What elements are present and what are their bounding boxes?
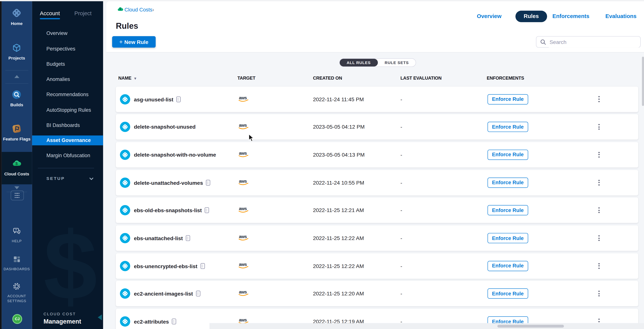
sidebar-tab-account[interactable]: Account <box>40 10 60 16</box>
cloud-costs-icon: $ <box>117 6 124 13</box>
user-avatar[interactable]: CJ <box>12 314 22 324</box>
rule-name-link[interactable]: delete-unattached-volumes <box>134 179 211 186</box>
chevron-down-icon[interactable] <box>14 186 19 189</box>
enforce-rule-button[interactable]: Enforce Rule <box>488 150 528 160</box>
document-icon[interactable] <box>196 291 201 297</box>
sort-descending-icon[interactable]: ▾ <box>134 76 136 80</box>
tab-evaluations[interactable]: Evaluations <box>605 13 636 19</box>
enforce-rule-button[interactable]: Enforce Rule <box>488 177 528 188</box>
last-evaluation-value: - <box>400 96 402 102</box>
document-icon[interactable] <box>205 207 210 214</box>
document-icon[interactable] <box>200 263 205 269</box>
rail-item-home[interactable]: Home <box>2 7 32 26</box>
table-row[interactable]: delete-snapshot-unused2023-05-05 04:12 P… <box>116 114 638 140</box>
last-evaluation-value: - <box>400 124 402 130</box>
sidebar-tab-project[interactable]: Project <box>74 10 92 16</box>
rule-name-link[interactable]: asg-unused-list <box>134 96 181 102</box>
row-menu-button[interactable] <box>595 122 602 131</box>
enforce-rule-button[interactable]: Enforce Rule <box>488 94 528 104</box>
table-row[interactable]: delete-snapshot-with-no-volume2023-05-05… <box>116 142 638 168</box>
table-row[interactable]: ebs-old-ebs-snapshots-list2022-11-25 12:… <box>116 198 638 223</box>
column-header-name[interactable]: NAME▾ <box>118 75 136 80</box>
aws-icon <box>238 122 250 132</box>
chevron-up-icon[interactable] <box>14 75 19 78</box>
module-picker-button[interactable] <box>10 190 24 200</box>
enforce-rule-button[interactable]: Enforce Rule <box>488 261 528 271</box>
created-on-value: 2022-11-25 12:20 AM <box>313 291 364 297</box>
aws-icon <box>238 94 250 104</box>
rail-item-help[interactable]: ? HELP <box>2 226 32 244</box>
sidebar-setup[interactable]: SETUP <box>46 176 65 181</box>
document-icon[interactable] <box>172 318 176 325</box>
enforce-rule-button[interactable]: Enforce Rule <box>488 289 528 299</box>
toggle-rule-sets[interactable]: RULE SETS <box>378 59 416 67</box>
rule-name-link[interactable]: ebs-old-ebs-snapshots-list <box>134 207 210 214</box>
enforce-rule-button[interactable]: Enforce Rule <box>488 205 528 216</box>
enforce-rule-button[interactable]: Enforce Rule <box>488 122 528 132</box>
sidebar-item-margin-obfuscation[interactable]: Margin Obfuscation <box>46 153 90 158</box>
table-row[interactable]: asg-unused-list2022-11-24 11:45 PM-Enfor… <box>116 86 638 112</box>
row-menu-button[interactable] <box>595 150 602 159</box>
table-row[interactable]: ebs-unencrypted-ebs-list2022-11-25 12:22… <box>116 253 638 279</box>
rules-view-toggle[interactable]: ALL RULES RULE SETS <box>339 58 416 67</box>
sidebar-item-bi-dashboards[interactable]: BI Dashboards <box>46 122 80 128</box>
rule-name-link[interactable]: ebs-unattached-list <box>134 235 191 242</box>
rail-item-feature-flags[interactable]: Feature Flags <box>2 124 32 141</box>
grid-icon <box>15 193 20 198</box>
search-input[interactable] <box>549 37 639 47</box>
search-icon <box>540 39 546 47</box>
last-evaluation-value: - <box>400 207 402 214</box>
horizontal-scrollbar-thumb[interactable] <box>498 325 564 328</box>
tab-overview[interactable]: Overview <box>477 13 502 19</box>
document-icon[interactable] <box>176 96 181 102</box>
rule-name-link[interactable]: delete-snapshot-with-no-volume <box>134 152 216 158</box>
rail-item-builds[interactable]: Builds <box>2 90 32 107</box>
row-menu-button[interactable] <box>595 178 602 187</box>
cloud-dollar-icon: $ <box>12 158 22 171</box>
rule-name-link[interactable]: ec2-attributes <box>134 318 177 325</box>
document-icon[interactable] <box>206 179 211 186</box>
collapse-sidebar-button[interactable] <box>98 315 102 320</box>
breadcrumb-cloud-costs[interactable]: Cloud Costs <box>124 7 152 13</box>
new-rule-button[interactable]: +New Rule <box>112 36 156 47</box>
sidebar-item-overview[interactable]: Overview <box>46 30 68 36</box>
gear-icon <box>12 282 22 293</box>
tab-enforcements[interactable]: Enforcements <box>552 13 589 19</box>
vertical-scrollbar-thumb[interactable] <box>642 57 644 106</box>
divider <box>38 168 94 168</box>
rule-name-link[interactable]: ebs-unencrypted-ebs-list <box>134 263 205 269</box>
row-menu-button[interactable] <box>595 289 602 298</box>
sidebar-item-asset-governance[interactable]: Asset Governance <box>32 135 103 145</box>
chevron-down-icon[interactable] <box>89 176 94 183</box>
rule-name-link[interactable]: ec2-ancient-images-list <box>134 291 201 297</box>
rail-label: Feature Flags <box>2 137 32 141</box>
toggle-all-rules[interactable]: ALL RULES <box>340 59 378 67</box>
table-row[interactable]: delete-unattached-volumes2022-11-24 10:5… <box>116 170 638 195</box>
sidebar-item-budgets[interactable]: Budgets <box>46 61 65 67</box>
row-menu-button[interactable] <box>595 234 602 243</box>
document-icon[interactable] <box>186 235 191 242</box>
table-row[interactable]: ebs-unattached-list2022-11-25 12:22 AM-E… <box>116 225 638 251</box>
module-rail: Home Projects Builds <box>2 0 32 329</box>
column-header-target: TARGET <box>238 75 256 80</box>
row-menu-button[interactable] <box>595 95 602 104</box>
rail-label: Cloud Costs <box>2 172 32 176</box>
rule-icon <box>120 205 130 216</box>
row-menu-button[interactable] <box>595 206 602 215</box>
column-header-last-evaluation: LAST EVALUATION <box>400 75 442 80</box>
rail-item-cloud-costs[interactable]: $ Cloud Costs <box>2 158 32 176</box>
rail-item-dashboards[interactable]: DASHBOARDS <box>2 255 32 272</box>
sidebar-item-recommendations[interactable]: Recommendations <box>46 92 88 97</box>
dollar-watermark: $ <box>44 218 97 314</box>
row-menu-button[interactable] <box>595 261 602 270</box>
harness-logo-icon <box>11 7 22 20</box>
rail-item-account-settings[interactable]: ACCOUNT SETTINGS <box>2 282 32 304</box>
tab-rules[interactable]: Rules <box>516 10 547 22</box>
rail-item-projects[interactable]: Projects <box>2 43 32 60</box>
sidebar-item-perspectives[interactable]: Perspectives <box>46 46 75 52</box>
enforce-rule-button[interactable]: Enforce Rule <box>488 233 528 243</box>
table-row[interactable]: ec2-ancient-images-list2022-11-25 12:20 … <box>116 281 638 307</box>
rule-name-link[interactable]: delete-snapshot-unused <box>134 124 196 130</box>
sidebar-item-anomalies[interactable]: Anomalies <box>46 76 70 82</box>
sidebar-item-autostopping-rules[interactable]: AutoStopping Rules <box>46 107 91 113</box>
